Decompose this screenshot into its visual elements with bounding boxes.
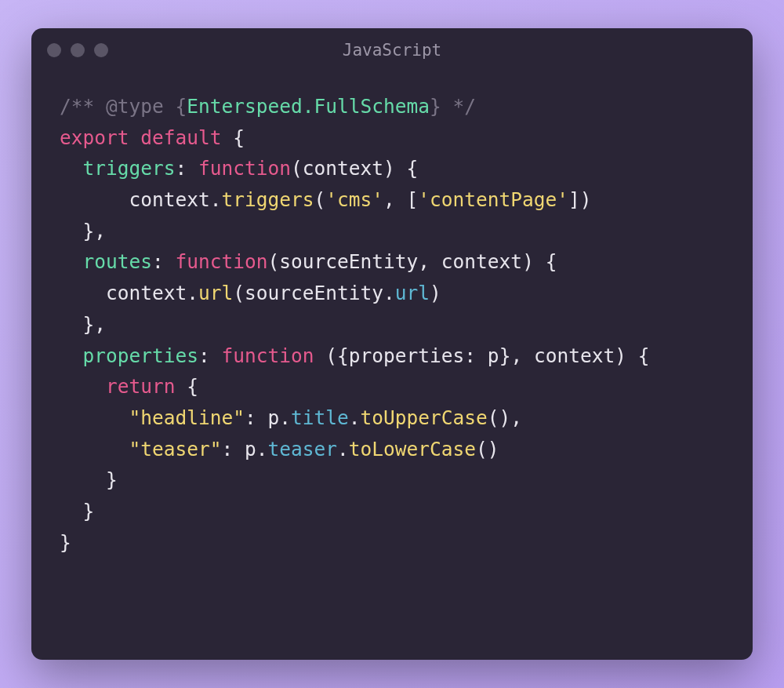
code-token: } */ <box>430 95 476 118</box>
code-token: teaser <box>268 438 338 460</box>
code-token: context. <box>60 188 222 211</box>
code-line: return { <box>60 371 724 402</box>
code-token: context <box>441 250 522 273</box>
code-token <box>60 375 106 398</box>
code-token: { <box>222 126 245 149</box>
code-token: }, <box>60 313 106 336</box>
code-token: (), <box>488 406 522 429</box>
code-token: ) { <box>522 250 557 273</box>
code-token: @type <box>106 95 164 118</box>
code-token <box>60 438 129 460</box>
traffic-lights <box>47 43 108 57</box>
code-token: ( <box>314 188 326 211</box>
code-token: properties <box>83 344 199 367</box>
code-token: . <box>337 438 349 460</box>
code-token: ({ <box>314 344 349 367</box>
code-token: url <box>395 282 430 304</box>
code-line: triggers: function(context) { <box>60 153 724 184</box>
code-token: (sourceEntity. <box>233 282 395 304</box>
code-line: properties: function ({properties: p}, c… <box>60 340 724 372</box>
code-token: 'cms' <box>325 188 383 211</box>
code-token: () <box>476 438 499 460</box>
code-token: . <box>349 406 361 429</box>
code-token: } <box>60 500 94 522</box>
code-token: properties <box>349 344 465 367</box>
code-token: context <box>303 157 383 180</box>
window-title: JavaScript <box>343 41 441 60</box>
code-line: } <box>60 527 724 559</box>
code-token: routes <box>83 250 153 273</box>
code-token <box>60 250 83 273</box>
code-token: return <box>106 375 176 398</box>
code-token: 'contentPage' <box>418 188 568 211</box>
code-token: function <box>176 250 268 273</box>
code-line: "teaser": p.teaser.toLowerCase() <box>60 434 724 465</box>
code-token: toUpperCase <box>361 406 488 429</box>
code-token: ) <box>430 282 441 304</box>
code-token: "headline" <box>129 406 245 429</box>
code-token: url <box>198 282 233 304</box>
close-icon[interactable] <box>47 43 61 57</box>
code-token: context <box>534 344 615 367</box>
code-editor[interactable]: /** @type {Enterspeed.FullSchema} */expo… <box>31 72 753 660</box>
code-token: /** <box>60 95 106 118</box>
code-line: /** @type {Enterspeed.FullSchema} */ <box>60 91 724 122</box>
code-token: ) { <box>383 157 418 180</box>
minimize-icon[interactable] <box>71 43 85 57</box>
code-token: , <box>418 250 441 273</box>
code-token: : <box>198 344 222 367</box>
code-token: , [ <box>383 188 418 211</box>
code-token: function <box>198 157 291 180</box>
code-token: export <box>60 126 129 149</box>
code-line: } <box>60 496 724 527</box>
code-token: : p. <box>222 438 268 460</box>
code-token: toLowerCase <box>349 438 476 460</box>
code-line: "headline": p.title.toUpperCase(), <box>60 402 724 434</box>
code-token: } <box>60 468 118 491</box>
code-line: export default { <box>60 122 724 154</box>
code-token: triggers <box>222 188 314 211</box>
code-token: triggers <box>83 157 176 180</box>
code-token: title <box>291 406 349 429</box>
code-token: default <box>140 126 221 149</box>
code-token <box>60 406 129 429</box>
maximize-icon[interactable] <box>94 43 108 57</box>
code-token: }, <box>499 344 534 367</box>
code-token: p <box>488 344 499 367</box>
code-token: "teaser" <box>129 438 222 460</box>
code-token: ( <box>268 250 280 273</box>
code-line: context.url(sourceEntity.url) <box>60 278 724 309</box>
code-token <box>60 157 83 180</box>
code-token: : p. <box>245 406 291 429</box>
code-token: function <box>222 344 314 367</box>
code-token: Enterspeed.FullSchema <box>187 95 430 118</box>
code-line: }, <box>60 216 724 247</box>
window-titlebar: JavaScript <box>31 28 753 72</box>
code-token <box>129 126 141 149</box>
code-line: routes: function(sourceEntity, context) … <box>60 246 724 278</box>
code-token: : <box>176 157 199 180</box>
code-line: } <box>60 464 724 496</box>
code-token: : <box>152 250 176 273</box>
code-token: }, <box>60 220 106 242</box>
code-token: ( <box>291 157 303 180</box>
code-token: } <box>60 531 71 554</box>
code-token: ]) <box>568 188 592 211</box>
code-token: : <box>464 344 488 367</box>
code-token: { <box>176 375 199 398</box>
code-token: { <box>164 95 187 118</box>
code-token: context. <box>60 282 198 304</box>
code-line: context.triggers('cms', ['contentPage']) <box>60 184 724 216</box>
code-token <box>60 344 83 367</box>
code-token: sourceEntity <box>279 250 418 273</box>
code-line: }, <box>60 309 724 340</box>
code-token: ) { <box>615 344 649 367</box>
code-window: JavaScript /** @type {Enterspeed.FullSch… <box>31 28 753 660</box>
